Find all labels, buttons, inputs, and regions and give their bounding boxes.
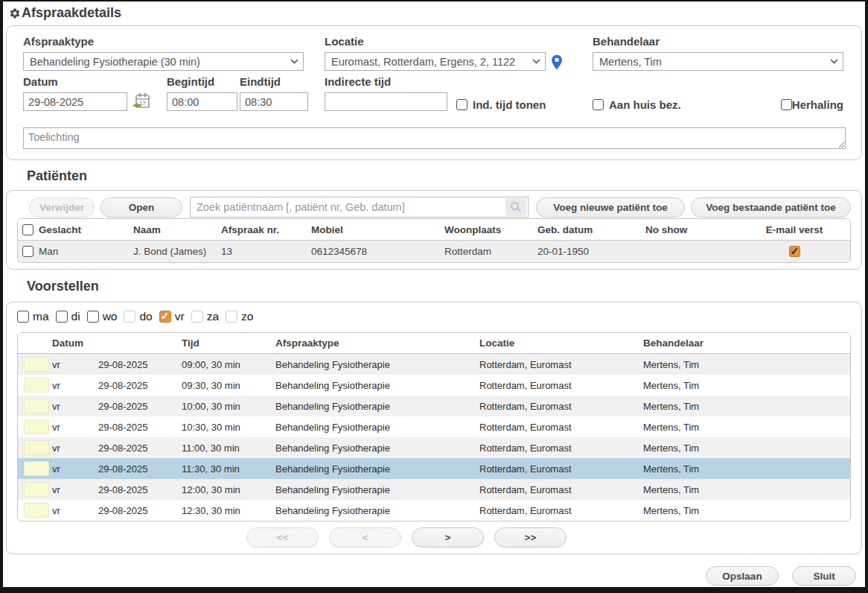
suggestion-row[interactable]: vr 29-08-2025 12:00, 30 min Behandeling …	[18, 479, 850, 500]
suggestions-table-header: Datum Tijd Afspraaktype Locatie Behandel…	[18, 333, 850, 354]
patienten-panel: Verwijder Open Voeg nieuwe patiënt toe V…	[6, 190, 862, 270]
day-checkbox-di[interactable]	[56, 311, 68, 323]
patient-table-header: Geslacht Naam Afspraak nr. Mobiel Woonpl…	[18, 219, 850, 241]
afspraaktype-label: Afspraaktype	[23, 35, 304, 48]
aan-huis-label: Aan huis bez.	[609, 98, 681, 111]
location-pin-icon[interactable]	[551, 54, 563, 70]
color-swatch	[24, 357, 49, 372]
aan-huis-checkbox[interactable]	[593, 99, 604, 110]
day-checkbox-zo[interactable]	[226, 311, 237, 323]
color-swatch	[24, 440, 49, 455]
afspraaktype-select[interactable]: Behandeling Fysiotherapie (30 min)	[23, 52, 304, 71]
patienten-title: Patiënten	[27, 168, 87, 184]
pagination-prev-button: <	[329, 527, 401, 548]
indirecte-tijd-input[interactable]	[325, 92, 447, 111]
suggestions-table-body: vr 29-08-2025 09:00, 30 min Behandeling …	[18, 354, 850, 521]
day-checkbox-za[interactable]	[191, 311, 203, 323]
behandelaar-select[interactable]: Mertens, Tim	[593, 52, 843, 71]
day-checkbox-vr[interactable]	[159, 311, 171, 323]
calendar-icon[interactable]: 17	[132, 92, 151, 111]
pagination-first-button: <<	[246, 527, 319, 548]
chevron-down-icon	[287, 59, 299, 64]
day-checkbox-wo[interactable]	[87, 311, 99, 323]
color-swatch	[24, 482, 49, 497]
patient-row-checkbox[interactable]	[22, 246, 33, 257]
datum-input[interactable]	[23, 92, 127, 111]
suggestion-row[interactable]: vr 29-08-2025 09:00, 30 min Behandeling …	[18, 354, 850, 375]
patient-search	[190, 197, 529, 218]
locatie-select[interactable]: Euromast, Rotterdam, Ergens, 2, 1122	[325, 52, 546, 71]
select-all-checkbox[interactable]	[22, 224, 33, 235]
herhaling-checkbox[interactable]	[781, 99, 792, 110]
page-title: Afspraakdetails	[9, 5, 121, 21]
herhaling-label: Herhaling	[792, 98, 843, 111]
chevron-down-icon	[827, 59, 838, 64]
sluit-button[interactable]: Sluit	[792, 566, 856, 586]
suggestion-row-selected[interactable]: vr 29-08-2025 11:30, 30 min Behandeling …	[18, 458, 850, 479]
patient-row[interactable]: Man J. Bond (James) 13 0612345678 Rotter…	[18, 241, 850, 262]
open-button[interactable]: Open	[100, 197, 182, 218]
pagination-last-button[interactable]: >>	[494, 527, 567, 548]
afspraakdetails-dialog: Afspraakdetails Afspraaktype Behandeling…	[0, 0, 868, 593]
voeg-bestaande-patient-button[interactable]: Voeg bestaande patiënt toe	[691, 197, 851, 218]
chevron-down-icon	[529, 59, 540, 64]
color-swatch	[24, 461, 49, 476]
indirecte-tijd-label: Indirecte tijd	[325, 75, 447, 88]
eindtijd-label: Eindtijd	[240, 75, 308, 88]
color-swatch	[24, 378, 49, 393]
suggestion-row[interactable]: vr 29-08-2025 09:30, 30 min Behandeling …	[18, 375, 850, 396]
color-swatch	[24, 399, 49, 413]
locatie-label: Locatie	[325, 35, 546, 48]
gear-icon	[9, 7, 21, 19]
eindtijd-input[interactable]	[240, 92, 308, 111]
verwijder-button: Verwijder	[29, 197, 95, 218]
email-verst-checkbox[interactable]	[789, 246, 800, 257]
appointment-details-panel: Afspraaktype Behandeling Fysiotherapie (…	[6, 25, 862, 160]
pagination-next-button[interactable]: >	[412, 527, 484, 548]
datum-label: Datum	[23, 75, 127, 88]
day-checkbox-ma[interactable]	[17, 311, 29, 323]
suggestion-row[interactable]: vr 29-08-2025 12:30, 30 min Behandeling …	[18, 500, 850, 521]
weekday-filter: ma di wo do vr za zo	[17, 310, 253, 323]
toelichting-textarea[interactable]	[23, 127, 846, 149]
suggestion-row[interactable]: vr 29-08-2025 10:00, 30 min Behandeling …	[18, 396, 850, 416]
voorstellen-panel: ma di wo do vr za zo Datum Tijd Afspraak…	[6, 302, 862, 554]
patient-search-input[interactable]	[191, 197, 505, 217]
ind-tijd-tonen-checkbox[interactable]	[456, 99, 467, 110]
dialog-footer: Opslaan Sluit	[706, 566, 856, 586]
voeg-nieuwe-patient-button[interactable]: Voeg nieuwe patiënt toe	[536, 197, 685, 218]
patient-table: Geslacht Naam Afspraak nr. Mobiel Woonpl…	[17, 218, 851, 263]
voorstellen-title: Voorstellen	[27, 279, 99, 294]
suggestion-row[interactable]: vr 29-08-2025 10:30, 30 min Behandeling …	[18, 416, 850, 437]
suggestions-table: Datum Tijd Afspraaktype Locatie Behandel…	[17, 332, 851, 521]
search-icon[interactable]	[505, 198, 526, 216]
color-swatch	[24, 419, 49, 434]
color-swatch	[24, 503, 49, 518]
begintijd-label: Begintijd	[167, 75, 237, 88]
pagination: << < > >>	[0, 527, 834, 548]
opslaan-button[interactable]: Opslaan	[706, 566, 779, 586]
ind-tijd-tonen-label: Ind. tijd tonen	[473, 98, 546, 111]
day-checkbox-do[interactable]	[124, 311, 135, 323]
patienten-toolbar: Verwijder Open Voeg nieuwe patiënt toe V…	[29, 197, 851, 218]
begintijd-input[interactable]	[167, 92, 237, 111]
suggestion-row[interactable]: vr 29-08-2025 11:00, 30 min Behandeling …	[18, 437, 850, 458]
behandelaar-label: Behandelaar	[593, 35, 843, 48]
